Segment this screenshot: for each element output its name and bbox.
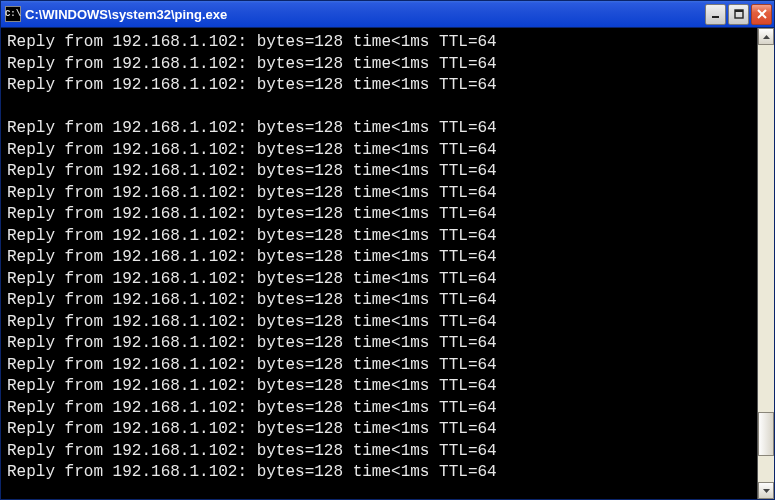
scrollbar-track[interactable] [758,45,774,482]
terminal-line: Reply from 192.168.1.102: bytes=128 time… [7,54,757,76]
chevron-up-icon [763,35,770,39]
terminal-line: Reply from 192.168.1.102: bytes=128 time… [7,75,757,97]
app-icon: C:\ [5,6,21,22]
terminal-output[interactable]: Reply from 192.168.1.102: bytes=128 time… [1,28,757,499]
scrollbar-thumb[interactable] [758,412,774,456]
terminal-line: Reply from 192.168.1.102: bytes=128 time… [7,441,757,463]
terminal-line: Reply from 192.168.1.102: bytes=128 time… [7,462,757,484]
terminal-line: Reply from 192.168.1.102: bytes=128 time… [7,247,757,269]
terminal-line: Reply from 192.168.1.102: bytes=128 time… [7,290,757,312]
terminal-line: Reply from 192.168.1.102: bytes=128 time… [7,269,757,291]
maximize-button[interactable] [728,4,749,25]
scroll-down-button[interactable] [758,482,774,499]
scroll-up-button[interactable] [758,28,774,45]
close-icon [757,9,767,19]
terminal-line: Reply from 192.168.1.102: bytes=128 time… [7,32,757,54]
terminal-line: Reply from 192.168.1.102: bytes=128 time… [7,312,757,334]
window-title: C:\WINDOWS\system32\ping.exe [25,7,705,22]
close-button[interactable] [751,4,772,25]
chevron-down-icon [763,489,770,493]
maximize-icon [734,9,744,19]
client-area: Reply from 192.168.1.102: bytes=128 time… [1,27,774,499]
terminal-line: Reply from 192.168.1.102: bytes=128 time… [7,118,757,140]
terminal-line: Reply from 192.168.1.102: bytes=128 time… [7,140,757,162]
window-controls [705,4,772,25]
minimize-button[interactable] [705,4,726,25]
terminal-line: Reply from 192.168.1.102: bytes=128 time… [7,333,757,355]
title-bar[interactable]: C:\ C:\WINDOWS\system32\ping.exe [1,1,774,27]
terminal-line: Reply from 192.168.1.102: bytes=128 time… [7,398,757,420]
terminal-line: Reply from 192.168.1.102: bytes=128 time… [7,419,757,441]
terminal-line [7,97,757,119]
terminal-line: Reply from 192.168.1.102: bytes=128 time… [7,204,757,226]
svg-rect-0 [712,16,719,18]
terminal-line: Reply from 192.168.1.102: bytes=128 time… [7,226,757,248]
app-window: C:\ C:\WINDOWS\system32\ping.exe Re [0,0,775,500]
terminal-line: Reply from 192.168.1.102: bytes=128 time… [7,355,757,377]
terminal-line: Reply from 192.168.1.102: bytes=128 time… [7,376,757,398]
terminal-line: Reply from 192.168.1.102: bytes=128 time… [7,161,757,183]
svg-rect-2 [735,10,743,12]
minimize-icon [711,9,721,19]
vertical-scrollbar[interactable] [757,28,774,499]
terminal-line: Reply from 192.168.1.102: bytes=128 time… [7,183,757,205]
